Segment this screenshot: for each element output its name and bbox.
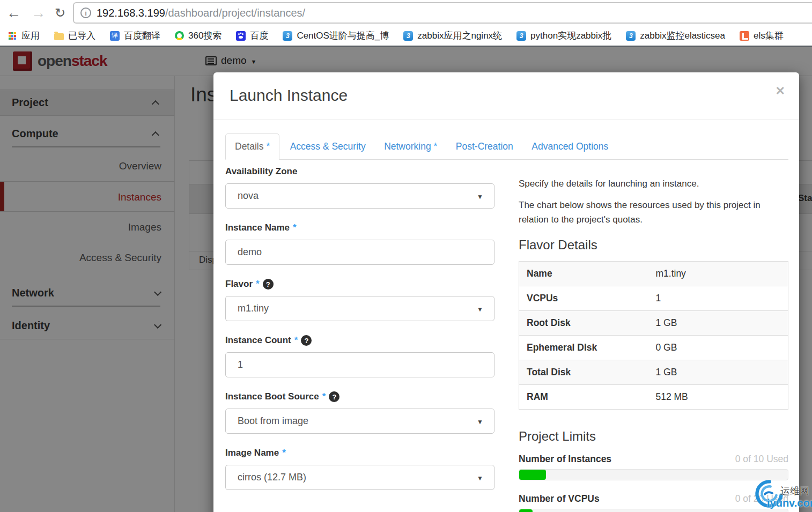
bookmark-imported[interactable]: 已导入 (54, 29, 95, 42)
instance-name-input[interactable] (225, 240, 494, 265)
details-help-panel: Specify the details for launching an ins… (519, 166, 788, 512)
table-row: RAM512 MB (519, 385, 788, 410)
chevron-down-icon (477, 303, 483, 314)
modal-tabs: Details * Access & Security Networking *… (225, 133, 788, 160)
flavor-select[interactable]: m1.tiny (225, 296, 494, 321)
table-row: Total Disk1 GB (519, 360, 788, 385)
bookmark-zabbix-elastic[interactable]: 3zabbix监控elasticsea (626, 29, 725, 42)
availability-zone-select[interactable]: nova (225, 183, 494, 209)
progress-fill (519, 470, 546, 480)
browser-chrome: ← → ↻ i 192.168.3.199/dashboard/project/… (0, 0, 812, 47)
flavor-label: Flavor* (225, 279, 494, 290)
back-button[interactable]: ← (6, 3, 21, 23)
limit-vcpus: Number of VCPUs 0 of 20 Used (519, 493, 788, 512)
tab-details[interactable]: Details * (225, 133, 279, 160)
chevron-down-icon (477, 472, 483, 483)
baidu-translate-icon: 译 (110, 31, 120, 41)
image-name-label: Image Name* (225, 448, 494, 458)
bookmark-baidu-translate[interactable]: 译百度翻译 (110, 29, 160, 42)
question-circle-icon[interactable] (329, 391, 339, 402)
question-circle-icon[interactable] (301, 335, 312, 346)
question-circle-icon[interactable] (263, 279, 274, 290)
launch-form: Availability Zone nova Instance Name* Fl… (225, 166, 494, 512)
intro-text-2: The chart below shows the resources used… (519, 198, 788, 227)
blue-3-icon: 3 (516, 31, 526, 41)
bookmarks-bar: 应用 已导入 译百度翻译 360搜索 百度 3CentOS进阶与提高_博 3za… (0, 26, 812, 46)
folder-icon (54, 33, 64, 40)
bookmark-python-zabbix[interactable]: 3python实现zabbix批 (516, 29, 611, 42)
bookmark-360-search[interactable]: 360搜索 (175, 29, 222, 42)
instance-count-label: Instance Count* (225, 335, 494, 346)
boot-source-label: Instance Boot Source* (225, 391, 494, 402)
instance-name-label: Instance Name* (225, 222, 494, 233)
bookmark-baidu[interactable]: 百度 (236, 29, 268, 42)
limit-instances: Number of Instances 0 of 10 Used (519, 454, 788, 480)
launch-instance-modal: Launch Instance ✕ Details * Access & Sec… (213, 72, 799, 512)
chevron-down-icon (477, 415, 483, 427)
close-icon[interactable]: ✕ (776, 84, 785, 98)
360-search-icon (175, 31, 184, 40)
orange-book-icon (740, 31, 749, 41)
instances-progress-bar (519, 469, 788, 480)
boot-source-select[interactable]: Boot from image (225, 409, 494, 434)
table-row: Namem1.tiny (519, 262, 788, 286)
usage-text: 0 of 20 Used (735, 493, 788, 504)
flavor-details-table: Namem1.tiny VCPUs1 Root Disk1 GB Ephemer… (519, 261, 788, 410)
forward-button[interactable]: → (31, 3, 46, 23)
flavor-details-heading: Flavor Details (519, 238, 788, 253)
intro-text-1: Specify the details for launching an ins… (519, 177, 788, 191)
table-row: VCPUs1 (519, 286, 788, 311)
usage-text: 0 of 10 Used (735, 454, 788, 465)
baidu-paw-icon (236, 31, 246, 41)
image-name-select[interactable]: cirros (12.7 MB) (225, 465, 494, 490)
bookmark-centos[interactable]: 3CentOS进阶与提高_博 (283, 29, 389, 42)
blue-3-icon: 3 (283, 31, 292, 41)
url-host: 192.168.3.199 (97, 7, 165, 19)
tab-networking[interactable]: Networking * (376, 134, 445, 159)
tab-post-creation[interactable]: Post-Creation (448, 134, 521, 159)
blue-3-icon: 3 (626, 31, 636, 41)
blue-3-icon: 3 (403, 31, 413, 41)
chevron-down-icon (477, 190, 483, 202)
bookmark-zabbix-nginx[interactable]: 3zabbix应用之nginx统 (403, 29, 502, 42)
bookmark-apps[interactable]: 应用 (8, 29, 40, 42)
vcpus-progress-bar (519, 509, 788, 512)
bookmark-els-cluster[interactable]: els集群 (740, 29, 784, 42)
availability-zone-label: Availability Zone (225, 166, 494, 177)
modal-title: Launch Instance (230, 86, 783, 105)
progress-fill (519, 509, 533, 512)
tab-advanced-options[interactable]: Advanced Options (523, 134, 616, 159)
reload-button[interactable]: ↻ (55, 3, 65, 23)
url-bar[interactable]: i 192.168.3.199/dashboard/project/instan… (73, 2, 812, 24)
apps-grid-icon (8, 31, 17, 41)
page-info-icon[interactable]: i (80, 8, 91, 18)
table-row: Root Disk1 GB (519, 311, 788, 336)
url-path: /dashboard/project/instances/ (165, 7, 305, 19)
tab-access-security[interactable]: Access & Security (282, 134, 374, 159)
table-row: Ephemeral Disk0 GB (519, 336, 788, 360)
project-limits-heading: Project Limits (519, 429, 788, 444)
instance-count-input[interactable] (225, 352, 494, 377)
